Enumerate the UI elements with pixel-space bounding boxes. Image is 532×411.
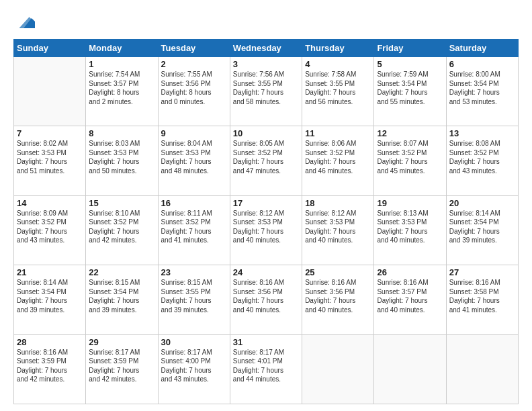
day-number: 1 [89, 59, 154, 69]
calendar-cell: 26Sunrise: 8:16 AMSunset: 3:57 PMDayligh… [374, 265, 446, 334]
calendar-cell: 23Sunrise: 8:15 AMSunset: 3:55 PMDayligh… [158, 265, 230, 334]
cell-info: Sunrise: 8:16 AMSunset: 3:56 PMDaylight:… [233, 278, 299, 314]
cell-info: Sunrise: 8:17 AMSunset: 3:59 PMDaylight:… [89, 348, 154, 384]
cell-info: Sunrise: 8:17 AMSunset: 4:00 PMDaylight:… [161, 348, 227, 384]
calendar-cell [14, 57, 86, 126]
day-number: 21 [17, 267, 83, 277]
generalblue-icon [13, 12, 35, 31]
calendar-cell: 1Sunrise: 7:54 AMSunset: 3:57 PMDaylight… [86, 57, 158, 126]
week-row-5: 28Sunrise: 8:16 AMSunset: 3:59 PMDayligh… [14, 334, 519, 404]
cell-info: Sunrise: 8:09 AMSunset: 3:52 PMDaylight:… [17, 209, 83, 245]
day-number: 24 [233, 267, 299, 277]
header [13, 12, 519, 31]
cell-info: Sunrise: 8:10 AMSunset: 3:52 PMDaylight:… [89, 209, 154, 245]
day-number: 22 [89, 267, 154, 277]
weekday-header-row: SundayMondayTuesdayWednesdayThursdayFrid… [14, 40, 519, 57]
day-number: 29 [89, 337, 154, 347]
cell-info: Sunrise: 7:54 AMSunset: 3:57 PMDaylight:… [89, 70, 154, 106]
cell-info: Sunrise: 8:13 AMSunset: 3:53 PMDaylight:… [377, 209, 443, 245]
calendar-cell: 15Sunrise: 8:10 AMSunset: 3:52 PMDayligh… [86, 195, 158, 265]
cell-info: Sunrise: 8:06 AMSunset: 3:52 PMDaylight:… [305, 139, 371, 175]
cell-info: Sunrise: 8:07 AMSunset: 3:52 PMDaylight:… [377, 139, 443, 175]
cell-info: Sunrise: 8:15 AMSunset: 3:55 PMDaylight:… [161, 278, 227, 314]
calendar-cell: 11Sunrise: 8:06 AMSunset: 3:52 PMDayligh… [302, 126, 374, 195]
calendar-cell: 5Sunrise: 7:59 AMSunset: 3:54 PMDaylight… [374, 57, 446, 126]
week-row-4: 21Sunrise: 8:14 AMSunset: 3:54 PMDayligh… [14, 265, 519, 334]
calendar-cell: 7Sunrise: 8:02 AMSunset: 3:53 PMDaylight… [14, 126, 86, 195]
day-number: 31 [233, 337, 299, 347]
day-number: 14 [17, 198, 83, 208]
weekday-thursday: Thursday [302, 40, 374, 57]
cell-info: Sunrise: 8:16 AMSunset: 3:58 PMDaylight:… [449, 278, 515, 314]
calendar-cell: 12Sunrise: 8:07 AMSunset: 3:52 PMDayligh… [374, 126, 446, 195]
day-number: 6 [449, 59, 515, 69]
cell-info: Sunrise: 8:17 AMSunset: 4:01 PMDaylight:… [233, 348, 299, 384]
day-number: 15 [89, 198, 154, 208]
day-number: 23 [161, 267, 227, 277]
cell-info: Sunrise: 8:14 AMSunset: 3:54 PMDaylight:… [17, 278, 83, 314]
weekday-tuesday: Tuesday [158, 40, 230, 57]
cell-info: Sunrise: 8:14 AMSunset: 3:54 PMDaylight:… [449, 209, 515, 245]
cell-info: Sunrise: 8:00 AMSunset: 3:54 PMDaylight:… [449, 70, 515, 106]
calendar-cell: 6Sunrise: 8:00 AMSunset: 3:54 PMDaylight… [446, 57, 518, 126]
cell-info: Sunrise: 8:12 AMSunset: 3:53 PMDaylight:… [305, 209, 371, 245]
cell-info: Sunrise: 8:08 AMSunset: 3:52 PMDaylight:… [449, 139, 515, 175]
calendar-cell: 27Sunrise: 8:16 AMSunset: 3:58 PMDayligh… [446, 265, 518, 334]
cell-info: Sunrise: 8:15 AMSunset: 3:54 PMDaylight:… [89, 278, 154, 314]
day-number: 25 [305, 267, 371, 277]
day-number: 13 [449, 128, 515, 138]
day-number: 19 [377, 198, 443, 208]
calendar-cell: 8Sunrise: 8:03 AMSunset: 3:53 PMDaylight… [86, 126, 158, 195]
day-number: 11 [305, 128, 371, 138]
cell-info: Sunrise: 8:11 AMSunset: 3:52 PMDaylight:… [161, 209, 227, 245]
calendar-cell: 19Sunrise: 8:13 AMSunset: 3:53 PMDayligh… [374, 195, 446, 265]
calendar-cell: 20Sunrise: 8:14 AMSunset: 3:54 PMDayligh… [446, 195, 518, 265]
cell-info: Sunrise: 8:16 AMSunset: 3:56 PMDaylight:… [305, 278, 371, 314]
day-number: 3 [233, 59, 299, 69]
page: SundayMondayTuesdayWednesdayThursdayFrid… [0, 0, 532, 411]
week-row-3: 14Sunrise: 8:09 AMSunset: 3:52 PMDayligh… [14, 195, 519, 265]
calendar-table: SundayMondayTuesdayWednesdayThursdayFrid… [13, 39, 519, 404]
calendar-cell: 4Sunrise: 7:58 AMSunset: 3:55 PMDaylight… [302, 57, 374, 126]
calendar-cell: 28Sunrise: 8:16 AMSunset: 3:59 PMDayligh… [14, 334, 86, 404]
cell-info: Sunrise: 7:56 AMSunset: 3:55 PMDaylight:… [233, 70, 299, 106]
day-number: 28 [17, 337, 83, 347]
calendar-cell: 16Sunrise: 8:11 AMSunset: 3:52 PMDayligh… [158, 195, 230, 265]
day-number: 10 [233, 128, 299, 138]
calendar-cell: 13Sunrise: 8:08 AMSunset: 3:52 PMDayligh… [446, 126, 518, 195]
cell-info: Sunrise: 8:04 AMSunset: 3:53 PMDaylight:… [161, 139, 227, 175]
weekday-saturday: Saturday [446, 40, 518, 57]
cell-info: Sunrise: 7:55 AMSunset: 3:56 PMDaylight:… [161, 70, 227, 106]
calendar-cell: 10Sunrise: 8:05 AMSunset: 3:52 PMDayligh… [230, 126, 302, 195]
day-number: 8 [89, 128, 154, 138]
calendar-cell: 31Sunrise: 8:17 AMSunset: 4:01 PMDayligh… [230, 334, 302, 404]
calendar-cell: 24Sunrise: 8:16 AMSunset: 3:56 PMDayligh… [230, 265, 302, 334]
cell-info: Sunrise: 8:16 AMSunset: 3:59 PMDaylight:… [17, 348, 83, 384]
weekday-sunday: Sunday [14, 40, 86, 57]
day-number: 2 [161, 59, 227, 69]
calendar-cell [302, 334, 374, 404]
day-number: 20 [449, 198, 515, 208]
cell-info: Sunrise: 8:02 AMSunset: 3:53 PMDaylight:… [17, 139, 83, 175]
calendar-cell: 30Sunrise: 8:17 AMSunset: 4:00 PMDayligh… [158, 334, 230, 404]
calendar-cell [446, 334, 518, 404]
cell-info: Sunrise: 8:03 AMSunset: 3:53 PMDaylight:… [89, 139, 154, 175]
calendar-cell: 18Sunrise: 8:12 AMSunset: 3:53 PMDayligh… [302, 195, 374, 265]
cell-info: Sunrise: 8:12 AMSunset: 3:53 PMDaylight:… [233, 209, 299, 245]
cell-info: Sunrise: 8:16 AMSunset: 3:57 PMDaylight:… [377, 278, 443, 314]
day-number: 18 [305, 198, 371, 208]
calendar-cell: 25Sunrise: 8:16 AMSunset: 3:56 PMDayligh… [302, 265, 374, 334]
day-number: 17 [233, 198, 299, 208]
calendar-cell: 21Sunrise: 8:14 AMSunset: 3:54 PMDayligh… [14, 265, 86, 334]
day-number: 5 [377, 59, 443, 69]
day-number: 16 [161, 198, 227, 208]
calendar-cell: 9Sunrise: 8:04 AMSunset: 3:53 PMDaylight… [158, 126, 230, 195]
weekday-monday: Monday [86, 40, 158, 57]
calendar-cell: 29Sunrise: 8:17 AMSunset: 3:59 PMDayligh… [86, 334, 158, 404]
calendar-cell: 14Sunrise: 8:09 AMSunset: 3:52 PMDayligh… [14, 195, 86, 265]
calendar-cell: 22Sunrise: 8:15 AMSunset: 3:54 PMDayligh… [86, 265, 158, 334]
weekday-friday: Friday [374, 40, 446, 57]
weekday-wednesday: Wednesday [230, 40, 302, 57]
calendar-cell: 2Sunrise: 7:55 AMSunset: 3:56 PMDaylight… [158, 57, 230, 126]
day-number: 9 [161, 128, 227, 138]
